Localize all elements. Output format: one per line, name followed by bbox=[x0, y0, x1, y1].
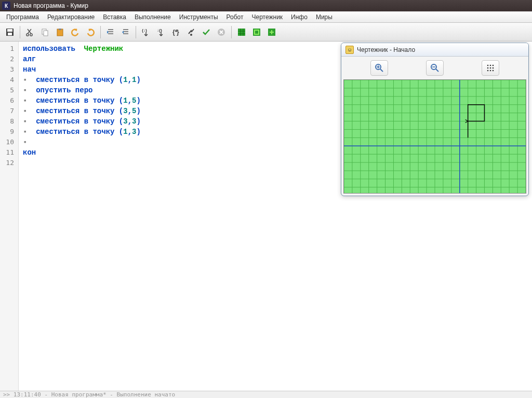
menu-info[interactable]: Инфо bbox=[287, 12, 312, 22]
svg-point-12 bbox=[190, 34, 192, 36]
line-number: 10 bbox=[0, 137, 18, 147]
line-number: 11 bbox=[0, 147, 18, 158]
undo-button[interactable] bbox=[69, 25, 82, 39]
app-icon: К bbox=[2, 2, 10, 10]
svg-point-24 bbox=[489, 67, 491, 69]
line-number: 4 bbox=[0, 75, 18, 85]
smiley-icon: ☺ bbox=[345, 46, 354, 54]
line-number: 12 bbox=[0, 158, 18, 168]
square-plus-button[interactable] bbox=[265, 25, 278, 39]
svg-point-21 bbox=[489, 65, 491, 66]
copy-button[interactable] bbox=[38, 25, 52, 39]
svg-rect-6 bbox=[44, 31, 48, 36]
drawing-canvas[interactable] bbox=[343, 79, 526, 194]
svg-point-4 bbox=[30, 33, 32, 35]
line-number: 8 bbox=[0, 116, 18, 127]
svg-rect-14 bbox=[238, 29, 245, 36]
status-bar: >> 13:11:40 - Новая программа* - Выполне… bbox=[0, 391, 532, 398]
svg-point-25 bbox=[492, 67, 494, 69]
separator bbox=[231, 26, 232, 38]
line-number: 9 bbox=[0, 127, 18, 137]
svg-point-20 bbox=[487, 65, 488, 66]
cut-button[interactable] bbox=[23, 25, 37, 39]
step-over-button[interactable]: ↓{} bbox=[154, 25, 168, 39]
menu-run[interactable]: Выполнение bbox=[130, 12, 175, 22]
check-button[interactable] bbox=[200, 25, 213, 39]
svg-point-23 bbox=[487, 67, 488, 69]
redo-button[interactable] bbox=[84, 25, 97, 39]
svg-text:{↓}: {↓} bbox=[142, 28, 147, 33]
menu-edit[interactable]: Редактирование bbox=[43, 12, 99, 22]
line-gutter: 123456789101112 bbox=[0, 42, 19, 391]
zoom-in-button[interactable] bbox=[370, 60, 388, 76]
panel-titlebar[interactable]: ☺ Чертежник - Начало bbox=[341, 43, 528, 57]
grid-green-button[interactable] bbox=[235, 25, 248, 39]
line-number: 1 bbox=[0, 44, 18, 54]
menu-bar: Программа Редактирование Вставка Выполне… bbox=[0, 11, 532, 23]
separator bbox=[20, 26, 20, 38]
step-into-button[interactable]: {↓} bbox=[139, 25, 153, 39]
paste-button[interactable] bbox=[54, 25, 67, 39]
svg-text:↓{}: ↓{} bbox=[157, 28, 162, 33]
panel-toolbar bbox=[341, 57, 528, 79]
run-to-cursor-button[interactable]: { } bbox=[169, 25, 183, 39]
grid-settings-button[interactable] bbox=[482, 60, 499, 76]
line-number: 2 bbox=[0, 54, 18, 64]
drafter-panel[interactable]: ☺ Чертежник - Начало bbox=[341, 43, 529, 196]
svg-point-28 bbox=[492, 70, 494, 72]
svg-point-3 bbox=[26, 33, 29, 35]
separator bbox=[100, 26, 101, 38]
grid-svg bbox=[344, 80, 526, 194]
menu-drafter[interactable]: Чертежник bbox=[248, 12, 287, 22]
menu-program[interactable]: Программа bbox=[2, 12, 43, 22]
panel-title-text: Чертежник - Начало bbox=[357, 46, 415, 53]
outdent-button[interactable] bbox=[119, 25, 132, 39]
separator bbox=[136, 26, 136, 38]
indent-button[interactable] bbox=[104, 25, 117, 39]
square-pi-button[interactable] bbox=[250, 25, 263, 39]
line-number: 7 bbox=[0, 106, 18, 116]
line-number: 6 bbox=[0, 95, 18, 106]
svg-rect-1 bbox=[7, 29, 12, 32]
svg-rect-8 bbox=[59, 29, 61, 30]
menu-insert[interactable]: Вставка bbox=[99, 12, 130, 22]
stop-button[interactable] bbox=[215, 25, 228, 39]
svg-rect-2 bbox=[8, 33, 12, 35]
svg-point-22 bbox=[492, 65, 494, 66]
menu-worlds[interactable]: Миры bbox=[312, 12, 337, 22]
line-number: 3 bbox=[0, 64, 18, 75]
menu-robot[interactable]: Робот bbox=[222, 12, 248, 22]
toolbar: {↓} ↓{} { } bbox=[0, 23, 532, 42]
window-title: Новая программа - Кумир bbox=[14, 2, 88, 9]
menu-tools[interactable]: Инструменты bbox=[175, 12, 222, 22]
svg-point-26 bbox=[487, 70, 488, 72]
save-button[interactable] bbox=[3, 25, 17, 39]
zoom-out-button[interactable] bbox=[426, 60, 444, 76]
run-button[interactable] bbox=[184, 25, 198, 39]
line-number: 5 bbox=[0, 85, 18, 95]
title-bar: К Новая программа - Кумир bbox=[0, 0, 532, 11]
svg-point-27 bbox=[489, 70, 491, 72]
